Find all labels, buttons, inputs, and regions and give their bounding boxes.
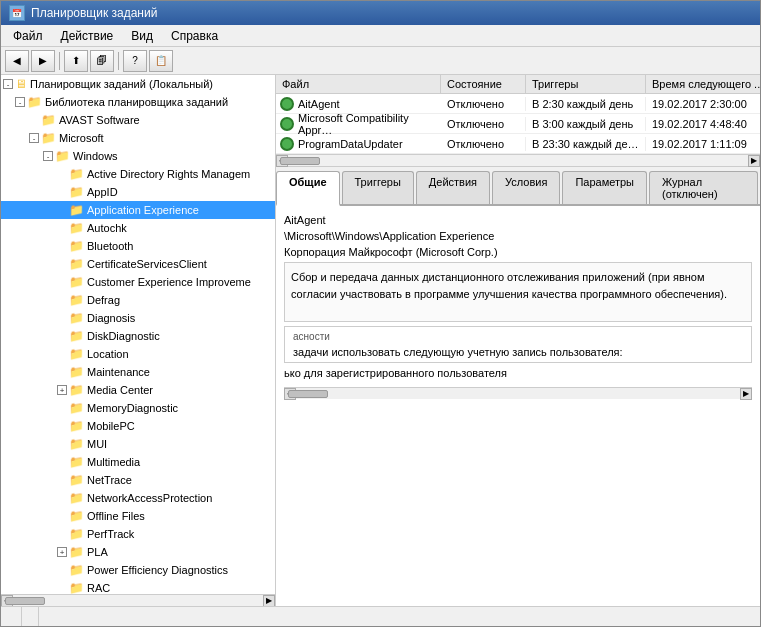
table-hscrollbar[interactable]: ◀ ▶ (276, 154, 760, 166)
tree-pla[interactable]: + 📁 PLA (1, 543, 275, 561)
task-triggers: В 23:30 каждый день (526, 137, 646, 151)
tree-bluetooth[interactable]: 📁 Bluetooth (1, 237, 275, 255)
mediaCenter-expand[interactable]: + (57, 385, 67, 395)
tree-certSvc[interactable]: 📁 CertificateServicesClient (1, 255, 275, 273)
help-button[interactable]: ? (123, 50, 147, 72)
task-status-icon (280, 117, 294, 131)
tree-avast[interactable]: 📁 AVAST Software (1, 111, 275, 129)
detail-scroll-thumb[interactable] (288, 390, 328, 398)
export-button[interactable]: 📋 (149, 50, 173, 72)
toolbar-separator-2 (118, 52, 119, 70)
autochk-folder-icon: 📁 (69, 221, 84, 235)
root-expand[interactable]: - (3, 79, 13, 89)
detail-author-value: Корпорация Майкрософт (Microsoft Corp.) (284, 246, 498, 258)
status-bar-part-2 (22, 607, 39, 626)
menu-view[interactable]: Вид (123, 27, 161, 45)
tree-appId[interactable]: 📁 AppID (1, 183, 275, 201)
adRights-label: Active Directory Rights Managem (87, 168, 250, 180)
tree-multimedia[interactable]: 📁 Multimedia (1, 453, 275, 471)
col-header-nextrun[interactable]: Время следующего ... (646, 75, 760, 93)
library-expand[interactable]: - (15, 97, 25, 107)
tree-perfTrack[interactable]: 📁 PerfTrack (1, 525, 275, 543)
pla-expand[interactable]: + (57, 547, 67, 557)
tree-mobilePc[interactable]: 📁 MobilePC (1, 417, 275, 435)
status-bar (1, 606, 760, 626)
tree-powerEff[interactable]: 📁 Power Efficiency Diagnostics (1, 561, 275, 579)
library-folder-icon: 📁 (27, 95, 42, 109)
task-nextrun: 19.02.2017 2:30:00 (646, 97, 760, 111)
toolbar: ◀ ▶ ⬆ 🗐 ? 📋 (1, 47, 760, 75)
tree-netAccess[interactable]: 📁 NetworkAccessProtection (1, 489, 275, 507)
tree-diskDiag[interactable]: 📁 DiskDiagnostic (1, 327, 275, 345)
tab-actions[interactable]: Действия (416, 171, 490, 204)
table-scroll-right[interactable]: ▶ (748, 155, 760, 167)
col-header-status[interactable]: Состояние (441, 75, 526, 93)
task-status: Отключено (441, 137, 526, 151)
menu-file[interactable]: Файл (5, 27, 51, 45)
task-row[interactable]: Microsoft Compatibility Appr… Отключено … (276, 114, 760, 134)
tree-mediaCenter[interactable]: + 📁 Media Center (1, 381, 275, 399)
col-header-name[interactable]: Файл (276, 75, 441, 93)
detail-description-text: Сбор и передача данных дистанционного от… (291, 271, 727, 300)
defrag-label: Defrag (87, 294, 120, 306)
tree-defrag[interactable]: 📁 Defrag (1, 291, 275, 309)
task-status-icon (280, 137, 294, 151)
tree-location[interactable]: 📁 Location (1, 345, 275, 363)
tree-microsoft[interactable]: - 📁 Microsoft (1, 129, 275, 147)
tree-diagnosis[interactable]: 📁 Diagnosis (1, 309, 275, 327)
tree-custExp[interactable]: 📁 Customer Experience Improveme (1, 273, 275, 291)
tab-general[interactable]: Общие (276, 171, 340, 206)
detail-security-section: асности задачи использовать следующую уч… (284, 326, 752, 363)
tree-netTrace[interactable]: 📁 NetTrace (1, 471, 275, 489)
tab-conditions[interactable]: Условия (492, 171, 560, 204)
mobilePc-label: MobilePC (87, 420, 135, 432)
multimedia-label: Multimedia (87, 456, 140, 468)
defrag-folder-icon: 📁 (69, 293, 84, 307)
menu-action[interactable]: Действие (53, 27, 122, 45)
task-triggers: В 2:30 каждый день (526, 97, 646, 111)
avast-folder-icon: 📁 (41, 113, 56, 127)
task-nextrun: 19.02.2017 1:11:09 (646, 137, 760, 151)
certSvc-folder-icon: 📁 (69, 257, 84, 271)
detail-path-value: \Microsoft\Windows\Application Experienc… (284, 230, 494, 242)
table-scroll-thumb[interactable] (280, 157, 320, 165)
tree-offlineFiles[interactable]: 📁 Offline Files (1, 507, 275, 525)
task-row[interactable]: ProgramDataUpdater Отключено В 23:30 каж… (276, 134, 760, 154)
tree-adRights[interactable]: 📁 Active Directory Rights Managem (1, 165, 275, 183)
tree-scroll-thumb[interactable] (5, 597, 45, 605)
menu-help[interactable]: Справка (163, 27, 226, 45)
netAccess-label: NetworkAccessProtection (87, 492, 212, 504)
powerEff-label: Power Efficiency Diagnostics (87, 564, 228, 576)
back-button[interactable]: ◀ (5, 50, 29, 72)
tree-autochk[interactable]: 📁 Autochk (1, 219, 275, 237)
netTrace-label: NetTrace (87, 474, 132, 486)
microsoft-expand[interactable]: - (29, 133, 39, 143)
tab-log[interactable]: Журнал (отключен) (649, 171, 758, 204)
perfTrack-label: PerfTrack (87, 528, 134, 540)
col-header-triggers[interactable]: Триггеры (526, 75, 646, 93)
up-button[interactable]: ⬆ (64, 50, 88, 72)
appId-label: AppID (87, 186, 118, 198)
tree-scroll-right[interactable]: ▶ (263, 595, 275, 607)
tree-root[interactable]: - 🖥 Планировщик заданий (Локальный) (1, 75, 275, 93)
task-name: ProgramDataUpdater (298, 138, 403, 150)
mobilePc-folder-icon: 📁 (69, 419, 84, 433)
tree-memDiag[interactable]: 📁 MemoryDiagnostic (1, 399, 275, 417)
tree-maintenance[interactable]: 📁 Maintenance (1, 363, 275, 381)
tree-hscrollbar[interactable]: ◀ ▶ (1, 594, 275, 606)
detail-scroll-right[interactable]: ▶ (740, 388, 752, 400)
tab-settings[interactable]: Параметры (562, 171, 647, 204)
diagnosis-label: Diagnosis (87, 312, 135, 324)
tree-mui[interactable]: 📁 MUI (1, 435, 275, 453)
forward-button[interactable]: ▶ (31, 50, 55, 72)
tree-windows[interactable]: - 📁 Windows (1, 147, 275, 165)
tree-library[interactable]: - 📁 Библиотека планировщика заданий (1, 93, 275, 111)
tab-triggers[interactable]: Триггеры (342, 171, 414, 204)
microsoft-folder-icon: 📁 (41, 131, 56, 145)
view-button[interactable]: 🗐 (90, 50, 114, 72)
windows-expand[interactable]: - (43, 151, 53, 161)
tree-container[interactable]: - 🖥 Планировщик заданий (Локальный) - 📁 … (1, 75, 275, 594)
tree-appExp[interactable]: 📁 Application Experience (1, 201, 275, 219)
detail-hscrollbar[interactable]: ◀ ▶ (284, 387, 752, 399)
tree-rac[interactable]: 📁 RAC (1, 579, 275, 594)
